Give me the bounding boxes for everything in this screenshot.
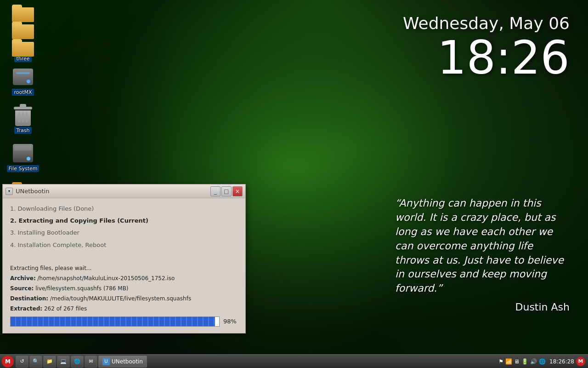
tray-battery-icon[interactable]: 🔋 (521, 358, 528, 365)
tray-network-icon[interactable]: 🌐 (539, 358, 546, 365)
destination-value: /media/tough/MAKULULITE/live/filesystem.… (50, 295, 191, 302)
clock-date: Wednesday, May 06 (403, 14, 570, 33)
tray-display-icon[interactable]: 🖥 (514, 358, 520, 365)
taskbar-right: ⚑ 📶 🖥 🔋 🔊 🌐 18:26:28 M (498, 357, 588, 366)
source-line: Source: live/filesystem.squashfs (786 MB… (10, 284, 238, 293)
destination-label: Destination: (10, 295, 48, 302)
trash-lid (14, 107, 32, 109)
extracted-label: Extracted: (10, 305, 42, 312)
step-1: 1. Downloading Files (Done) (10, 205, 238, 213)
archive-line: Archive: /home/snapshot/MakuluLinux-2015… (10, 274, 238, 282)
progress-percent: 98% (223, 318, 238, 325)
taskbar-btn-files[interactable]: 📁 (43, 356, 56, 368)
taskbar-btn-update[interactable]: ↺ (16, 356, 28, 368)
icon-label-rootmx: rootMX (12, 89, 34, 96)
progress-bar-container: 98% (10, 316, 238, 327)
progress-bar-track (10, 316, 220, 327)
desktop-icon-filesystem[interactable]: File System (5, 142, 41, 172)
desktop-icon-trash[interactable]: Trash (5, 104, 41, 134)
extracted-line: Extracted: 262 of 267 files (10, 305, 238, 313)
folder-icon (12, 39, 34, 55)
step-2: 2. Extracting and Copying Files (Current… (10, 217, 238, 225)
status-text: Extracting files, please wait... (10, 264, 238, 272)
step-3: 3. Installing Bootloader (10, 229, 238, 237)
window-minimize-button[interactable]: _ (210, 186, 220, 196)
tray-signal-icon[interactable]: 📶 (505, 358, 512, 365)
taskbar-btn-browser[interactable]: 🌐 (71, 356, 84, 368)
source-value: live/filesystem.squashfs (786 MB) (35, 285, 128, 292)
desktop-icons: three rootMX Trash (0, 0, 55, 212)
taskbar-mx-button[interactable]: M (2, 356, 14, 368)
window-controls: _ □ × (210, 186, 243, 196)
window-close-button[interactable]: × (232, 186, 243, 196)
taskbar-btn-search[interactable]: 🔍 (29, 356, 42, 368)
folder-icon (12, 5, 34, 21)
hdd-icon (13, 69, 33, 85)
taskbar: M ↺ 🔍 📁 💻 🌐 ✉ U UNetbootin ⚑ 📶 🖥 🔋 🔊 🌐 1… (0, 354, 588, 368)
clock-display: Wednesday, May 06 18:26 (403, 14, 570, 81)
clock-time: 18:26 (403, 35, 570, 81)
quote-author: Dustin Ash (395, 301, 570, 313)
quote-text: “Anything can happen in this world. It i… (395, 196, 570, 296)
quote-area: “Anything can happen in this world. It i… (395, 196, 570, 313)
taskbar-btn-terminal[interactable]: 💻 (57, 356, 70, 368)
progress-section: Extracting files, please wait... Archive… (10, 258, 238, 327)
taskbar-clock: 18:26:28 (549, 358, 574, 365)
window-body: 1. Downloading Files (Done) 2. Extractin… (3, 198, 245, 333)
trash-body (15, 110, 31, 126)
folder-icon (12, 22, 34, 38)
window-title-left: ▾ UNetbootin (6, 188, 49, 195)
desktop-icon-rootmx[interactable]: rootMX (5, 66, 41, 96)
window-menu-button[interactable]: ▾ (6, 188, 13, 195)
window-titlebar: ▾ UNetbootin _ □ × (3, 184, 245, 198)
unetbootin-window: ▾ UNetbootin _ □ × 1. Downloading Files … (2, 184, 246, 334)
tray-bluetooth-icon[interactable]: ⚑ (498, 358, 503, 365)
window-maximize-button[interactable]: □ (221, 186, 232, 196)
taskbar-btn-email[interactable]: ✉ (85, 356, 97, 368)
desktop-icon-three[interactable]: three (5, 5, 41, 62)
unetbootin-task-label: UNetbootin (112, 358, 143, 365)
archive-label: Archive: (10, 275, 36, 282)
archive-value: /home/snapshot/MakuluLinux-20150506_1752… (38, 275, 175, 282)
destination-line: Destination: /media/tough/MAKULULITE/liv… (10, 294, 238, 303)
unetbootin-task-icon: U (102, 358, 110, 365)
taskbar-unetbootin-button[interactable]: U UNetbootin (98, 356, 147, 368)
progress-bar-fill (11, 317, 215, 326)
extracted-value: 262 of 267 files (44, 305, 87, 312)
icon-label-trash: Trash (14, 127, 31, 134)
step-4: 4. Installation Complete, Reboot (10, 241, 238, 249)
window-title-text: UNetbootin (16, 188, 49, 195)
icon-label-filesystem: File System (7, 165, 40, 172)
source-label: Source: (10, 285, 34, 292)
tray-volume-icon[interactable]: 🔊 (530, 358, 537, 365)
tray-mx-icon[interactable]: M (576, 357, 585, 366)
filesystem-icon (13, 144, 33, 162)
taskbar-left: M ↺ 🔍 📁 💻 🌐 ✉ U UNetbootin (0, 356, 147, 368)
